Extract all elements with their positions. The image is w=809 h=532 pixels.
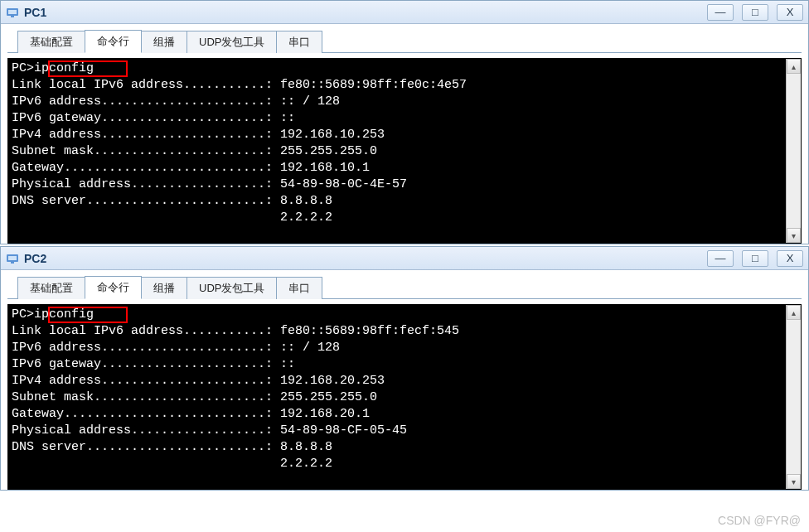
scroll-up-icon[interactable]: ▴	[787, 305, 801, 320]
svg-rect-1	[8, 10, 17, 14]
min-button[interactable]: —	[707, 4, 734, 21]
scrollbar[interactable]: ▴▾	[786, 305, 801, 489]
close-button[interactable]: X	[777, 4, 803, 21]
tab-basic[interactable]: 基础配置	[17, 277, 85, 299]
titlebar[interactable]: PC2—□X	[1, 247, 808, 270]
terminal-container: PC>ipconfigLink local IPv6 address......…	[7, 58, 802, 244]
terminal-container: PC>ipconfigLink local IPv6 address......…	[7, 304, 802, 490]
prompt-text: PC>	[12, 307, 34, 322]
svg-rect-5	[11, 262, 14, 264]
min-button[interactable]: —	[707, 250, 734, 267]
command-text: ipconfig	[34, 61, 94, 75]
app-icon	[6, 6, 19, 19]
output-line: IPv4 address......................: 192.…	[12, 127, 782, 143]
output-line: IPv6 gateway......................: ::	[12, 110, 782, 127]
tab-basic[interactable]: 基础配置	[17, 31, 85, 53]
window-title: PC2	[24, 252, 707, 265]
watermark-text: CSDN @FYR@	[718, 514, 801, 527]
tab-strip: 基础配置命令行组播UDP发包工具串口	[7, 275, 802, 299]
output-line: DNS server........................: 8.8.…	[12, 439, 782, 456]
command-text: ipconfig	[34, 307, 94, 322]
titlebar[interactable]: PC1—□X	[1, 1, 808, 24]
app-icon	[6, 252, 19, 265]
scroll-up-icon[interactable]: ▴	[787, 59, 801, 74]
svg-rect-4	[8, 256, 17, 260]
output-line: Subnet mask.......................: 255.…	[12, 389, 782, 406]
max-button[interactable]: □	[742, 4, 768, 21]
output-line: IPv6 address......................: :: /…	[12, 94, 782, 110]
close-button[interactable]: X	[777, 250, 803, 267]
output-line: IPv6 gateway......................: ::	[12, 356, 782, 373]
output-line: 2.2.2.2	[12, 210, 782, 226]
window-title: PC1	[24, 6, 707, 19]
window-buttons: —□X	[707, 4, 803, 21]
max-button[interactable]: □	[742, 250, 768, 267]
scrollbar[interactable]: ▴▾	[786, 59, 801, 243]
tab-mcast[interactable]: 组播	[141, 277, 187, 299]
output-line: 2.2.2.2	[12, 456, 782, 472]
scroll-down-icon[interactable]: ▾	[787, 228, 801, 243]
tab-cmd[interactable]: 命令行	[85, 30, 142, 53]
tab-serial[interactable]: 串口	[276, 31, 322, 53]
tab-mcast[interactable]: 组播	[141, 31, 187, 53]
output-line: Gateway...........................: 192.…	[12, 160, 782, 177]
output-line: Link local IPv6 address...........: fe80…	[12, 77, 782, 94]
svg-rect-2	[11, 16, 14, 17]
window-buttons: —□X	[707, 250, 803, 267]
terminal[interactable]: PC>ipconfigLink local IPv6 address......…	[8, 59, 786, 243]
prompt-line: PC>ipconfig	[12, 60, 782, 77]
output-line: IPv6 address......................: :: /…	[12, 340, 782, 356]
output-line: Physical address..................: 54-8…	[12, 177, 782, 193]
window-pc1: PC1—□X基础配置命令行组播UDP发包工具串口PC>ipconfigLink …	[0, 0, 809, 244]
output-line: Gateway...........................: 192.…	[12, 406, 782, 423]
tab-serial[interactable]: 串口	[276, 277, 322, 299]
output-line: Physical address..................: 54-8…	[12, 423, 782, 439]
prompt-text: PC>	[12, 61, 34, 75]
prompt-line: PC>ipconfig	[12, 307, 782, 323]
tab-cmd[interactable]: 命令行	[85, 276, 142, 299]
tab-udp[interactable]: UDP发包工具	[187, 31, 277, 53]
output-line: DNS server........................: 8.8.…	[12, 193, 782, 210]
window-pc2: PC2—□X基础配置命令行组播UDP发包工具串口PC>ipconfigLink …	[0, 246, 809, 491]
output-line: Subnet mask.......................: 255.…	[12, 143, 782, 160]
scroll-down-icon[interactable]: ▾	[787, 474, 801, 489]
client-area: 基础配置命令行组播UDP发包工具串口PC>ipconfigLink local …	[1, 270, 808, 490]
tab-strip: 基础配置命令行组播UDP发包工具串口	[7, 29, 802, 53]
terminal[interactable]: PC>ipconfigLink local IPv6 address......…	[8, 305, 786, 489]
output-line: Link local IPv6 address...........: fe80…	[12, 323, 782, 340]
client-area: 基础配置命令行组播UDP发包工具串口PC>ipconfigLink local …	[1, 24, 808, 244]
tab-udp[interactable]: UDP发包工具	[187, 277, 277, 299]
output-line: IPv4 address......................: 192.…	[12, 373, 782, 389]
